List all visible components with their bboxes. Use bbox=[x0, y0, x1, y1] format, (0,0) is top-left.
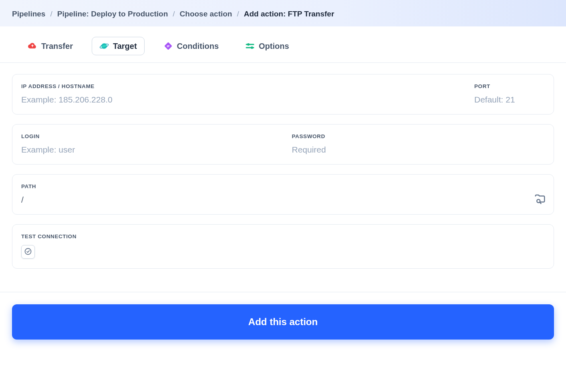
planet-icon bbox=[99, 41, 109, 51]
breadcrumb-sep: / bbox=[237, 10, 239, 18]
breadcrumb-sep: / bbox=[173, 10, 175, 18]
field-group-port: PORT bbox=[465, 74, 554, 114]
add-this-action-button[interactable]: Add this action bbox=[12, 304, 554, 340]
svg-point-6 bbox=[537, 199, 540, 203]
tab-transfer[interactable]: Transfer bbox=[20, 37, 81, 55]
login-input[interactable] bbox=[21, 145, 274, 155]
diamond-if-icon: IF bbox=[163, 41, 173, 51]
field-group-host: IP ADDRESS / HOSTNAME bbox=[12, 74, 465, 114]
check-circle-icon bbox=[24, 247, 32, 257]
field-group-test: TEST CONNECTION bbox=[12, 225, 554, 268]
tab-transfer-label: Transfer bbox=[41, 42, 73, 51]
port-label: PORT bbox=[474, 83, 545, 89]
password-input[interactable] bbox=[292, 145, 545, 155]
field-group-path: PATH bbox=[12, 175, 554, 214]
path-label: PATH bbox=[21, 183, 545, 189]
field-group-login: LOGIN bbox=[12, 125, 283, 164]
path-input[interactable] bbox=[21, 195, 545, 205]
upload-cloud-icon bbox=[28, 41, 37, 51]
svg-point-7 bbox=[25, 248, 31, 254]
test-connection-label: TEST CONNECTION bbox=[21, 233, 545, 239]
field-group-password: PASSWORD bbox=[283, 125, 554, 164]
sliders-icon bbox=[245, 41, 255, 51]
tab-conditions-label: Conditions bbox=[177, 42, 219, 51]
card-test-connection: TEST CONNECTION bbox=[12, 224, 554, 269]
breadcrumb-pipeline[interactable]: Pipeline: Deploy to Production bbox=[57, 10, 168, 18]
tab-target[interactable]: Target bbox=[92, 37, 145, 55]
login-label: LOGIN bbox=[21, 133, 274, 139]
card-path: PATH bbox=[12, 174, 554, 215]
svg-point-4 bbox=[247, 43, 250, 46]
breadcrumb-pipelines[interactable]: Pipelines bbox=[12, 10, 45, 18]
breadcrumb-sep: / bbox=[50, 10, 52, 18]
folder-search-icon bbox=[534, 193, 546, 207]
card-host-port: IP ADDRESS / HOSTNAME PORT bbox=[12, 74, 554, 115]
host-input[interactable] bbox=[21, 95, 457, 105]
browse-path-button[interactable] bbox=[534, 193, 546, 206]
tab-options[interactable]: Options bbox=[238, 37, 297, 55]
svg-text:IF: IF bbox=[167, 44, 169, 48]
svg-point-5 bbox=[251, 46, 253, 49]
tab-target-label: Target bbox=[113, 42, 137, 51]
card-login-password: LOGIN PASSWORD bbox=[12, 124, 554, 165]
tab-conditions[interactable]: IF Conditions bbox=[156, 37, 226, 55]
host-label: IP ADDRESS / HOSTNAME bbox=[21, 83, 457, 89]
breadcrumb: Pipelines / Pipeline: Deploy to Producti… bbox=[12, 10, 554, 18]
tabs: Transfer Target IF Conditions Options bbox=[12, 34, 554, 62]
tab-options-label: Options bbox=[259, 42, 289, 51]
port-input[interactable] bbox=[474, 95, 545, 105]
breadcrumb-current: Add action: FTP Transfer bbox=[244, 10, 334, 18]
test-connection-button[interactable] bbox=[21, 245, 35, 259]
breadcrumb-choose-action[interactable]: Choose action bbox=[180, 10, 232, 18]
password-label: PASSWORD bbox=[292, 133, 545, 139]
